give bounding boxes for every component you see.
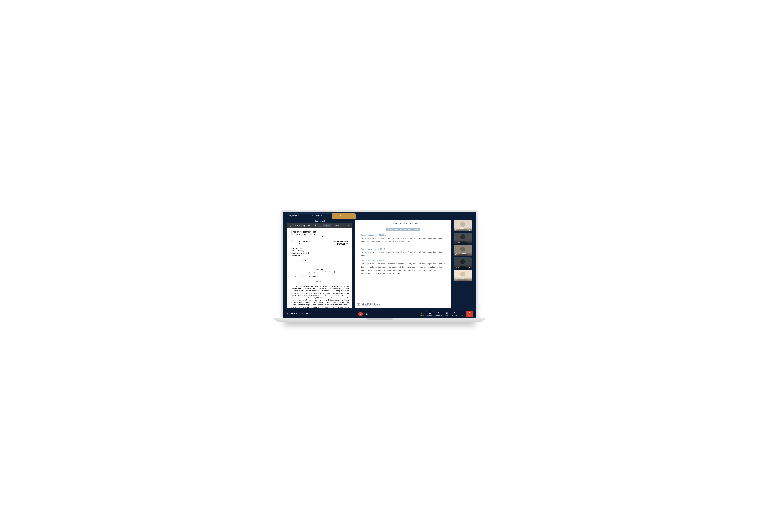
doc-line: UNITED STATES OF AMERICA xyxy=(291,240,312,243)
exhibits-icon xyxy=(421,312,423,314)
laptop-base xyxy=(274,318,485,322)
exhibits-button[interactable]: Exhibits xyxy=(419,311,425,317)
line-number: 12 xyxy=(357,272,359,275)
label: Exhibits xyxy=(420,315,424,316)
mode-view-button[interactable]: View xyxy=(323,224,331,227)
footer-tagline: The Modern Legal Experience xyxy=(362,305,380,306)
pdf-page[interactable]: UNITED STATES DISTRICT COURT SOUTHERN DI… xyxy=(287,228,352,308)
video-tile[interactable]: Mike Donovan Attorney xyxy=(454,258,472,269)
mic-toggle-button[interactable] xyxy=(358,312,363,316)
participant-role: Observer xyxy=(457,254,466,256)
zoom-level[interactable]: 81 % xyxy=(293,224,301,227)
video-caption: Thomas Smith Attorney xyxy=(454,240,472,244)
label: More xyxy=(460,315,463,316)
leave-button[interactable]: Leave xyxy=(466,311,473,317)
transcript-line: 5Anne Stewart | 10:56:34 AM xyxy=(357,248,449,250)
video-tile[interactable]: Thomas Smith Attorney xyxy=(454,232,472,244)
leave-icon xyxy=(468,312,471,314)
transcript-line: 9Lorem ipsum dolor sit amet, consectetur… xyxy=(357,263,449,265)
footer-brand: REMOTE LEGAL The Modern Legal Experience xyxy=(286,312,309,316)
video-caption: Mary Donovan Attorney xyxy=(454,277,472,281)
remote-legal-icon xyxy=(357,303,360,306)
transcript-line: 12incididunt ut labore et dolore magna a… xyxy=(357,272,449,275)
participant-name: Thomas Smith xyxy=(457,241,465,242)
doc-line: - - - - - - - - - - - - - - - - X xyxy=(291,236,349,238)
transcript-button[interactable]: Transcript xyxy=(426,311,433,317)
para-num: 1. xyxy=(291,285,298,287)
pdf-toolbar: 81 % View Annotate xyxy=(287,223,352,228)
svg-rect-15 xyxy=(287,313,288,314)
label: Leave xyxy=(468,315,471,316)
tab-subtitle: Shared with everyone live xyxy=(338,216,354,218)
exhibit-file-name: Count one.pdf xyxy=(287,220,352,223)
tab-live[interactable]: LIVE Shared with everyone live xyxy=(333,213,356,219)
app-screen: MY EXHIBITS Only I can see this MY EXHIB… xyxy=(283,212,476,318)
mic-off-icon xyxy=(455,254,456,255)
participant-name: Marian Robinson xyxy=(457,253,466,254)
breakrooms-button[interactable]: Breakrooms xyxy=(434,311,443,317)
transcript-body[interactable]: 1Susan Hamilton | 10:56:34 AM2Lorem ipsu… xyxy=(355,233,452,300)
zoom-in-button[interactable] xyxy=(307,224,311,227)
signal-bars-icon xyxy=(469,254,471,256)
tab-subtitle: Only I can see this xyxy=(290,216,308,218)
doc-line: TIMOTHY SHEA, xyxy=(291,255,349,257)
svg-point-17 xyxy=(462,313,462,313)
para-text: BRIAN KOLFAGE, STEPHEN BANNON, ANDREW BA… xyxy=(291,285,349,308)
transcript-text: Lorem ipsum dolor sit amet, consectetur … xyxy=(361,263,445,265)
transcript-line: 4 xyxy=(357,243,449,245)
video-caption: Ron Dittman Witness xyxy=(454,227,472,231)
more-button[interactable]: More xyxy=(459,311,465,317)
signal-bars-icon xyxy=(469,266,471,268)
video-tile[interactable]: Mary Donovan Attorney xyxy=(454,270,472,281)
svg-point-10 xyxy=(460,259,465,264)
broadcast-icon xyxy=(335,215,337,217)
participant-role: Attorney xyxy=(457,279,465,280)
camera-toggle-button[interactable] xyxy=(364,312,369,316)
count-one: COUNT ONE xyxy=(316,269,324,271)
chat-button[interactable]: Chat xyxy=(443,311,450,317)
tab-my-exhibits-used[interactable]: MY EXHIBITS Exhibits used in deposition xyxy=(310,213,333,219)
video-caption: Mike Donovan Attorney xyxy=(454,265,472,269)
laptop-frame: MY EXHIBITS Only I can see this MY EXHIB… xyxy=(281,210,478,322)
participant-role: Witness xyxy=(457,229,464,230)
mode-annotate-button[interactable]: Annotate xyxy=(331,224,341,227)
case-stamp: 20 cr 412 xyxy=(336,242,346,246)
tab-title: MY EXHIBITS xyxy=(312,215,322,216)
mic-off-icon xyxy=(455,266,456,267)
search-icon[interactable] xyxy=(347,224,351,227)
video-tile[interactable]: Ron Dittman Witness xyxy=(454,220,472,231)
transcript-text: laborisLorem ipsum dolor sit amet, conse… xyxy=(361,269,438,272)
transcript-line: 13 xyxy=(357,275,449,277)
mic-off-icon xyxy=(455,278,456,280)
doc-line: The Grand Jury charges: xyxy=(291,276,349,278)
line-number: 14 xyxy=(357,278,359,279)
tab-my-exhibits-private[interactable]: MY EXHIBITS Only I can see this xyxy=(287,213,310,219)
rough-draft-badge: ROUGH DRAFT: NOT FOR OFFICIAL USE xyxy=(386,228,420,231)
doc-line: - - - - - - - - - - - - - - - - X xyxy=(291,264,349,266)
video-tile[interactable]: Marian Robinson Observer xyxy=(454,245,472,256)
participant-name: Mary Donovan xyxy=(457,278,465,279)
transcript-line: 10labore et dolore magna aliqua. Ut enim… xyxy=(357,266,449,268)
pan-hand-icon[interactable] xyxy=(313,224,317,227)
label: Chat xyxy=(445,315,448,316)
camera-icon xyxy=(366,313,368,315)
svg-point-4 xyxy=(460,222,465,227)
svg-point-18 xyxy=(462,313,463,313)
doc-line: Defendants. xyxy=(291,259,321,262)
fullscreen-icon[interactable] xyxy=(318,224,322,227)
page-list-icon[interactable] xyxy=(289,224,292,227)
transcript-line: 3labore et dolore magna aliqua. Ut enim … xyxy=(357,240,449,243)
signal-bars-icon xyxy=(469,279,471,280)
zoom-value: 81 % xyxy=(295,225,299,226)
transcript-footer: REMOTE LEGAL The Modern Legal Experience xyxy=(355,302,452,308)
remote-legal-icon xyxy=(286,312,289,315)
doc-line: ANDREW BADOLATO, and xyxy=(291,252,349,255)
summary-button[interactable]: Summary xyxy=(451,311,458,317)
transcript-text: Susan Hamilton | 10:56:34 AM xyxy=(361,260,386,262)
line-number: 2 xyxy=(357,237,359,240)
brand-name: REMOTE LEGAL xyxy=(291,312,309,314)
line-number: 6 xyxy=(357,251,359,254)
participant-role: Attorney xyxy=(457,242,465,243)
zoom-out-button[interactable] xyxy=(302,224,306,227)
line-number: 4 xyxy=(357,243,359,245)
